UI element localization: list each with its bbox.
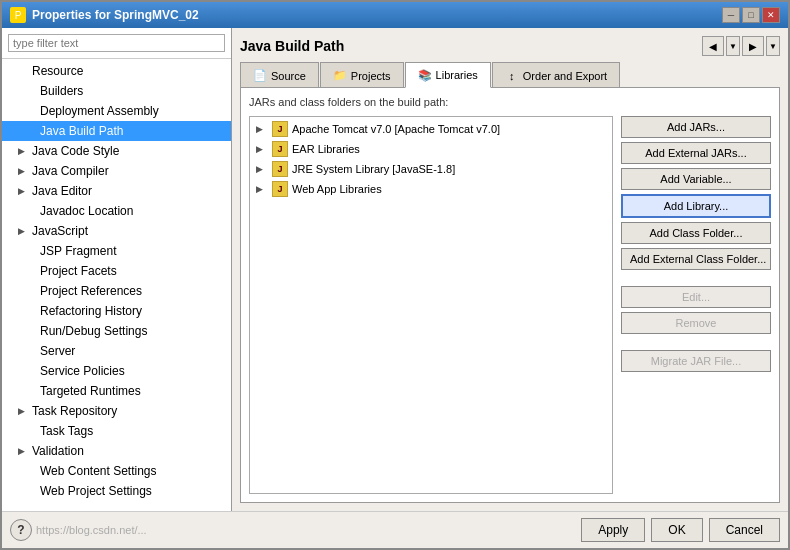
sidebar-label-java-code-style: Java Code Style xyxy=(32,144,119,158)
bottom-left: ? https://blog.csdn.net/... xyxy=(10,519,147,541)
nav-back-button[interactable]: ◀ xyxy=(702,36,724,56)
tab-label-projects: Projects xyxy=(351,70,391,82)
sidebar-label-server: Server xyxy=(40,344,75,358)
nav-forward-dropdown[interactable]: ▼ xyxy=(766,36,780,56)
tree-label-ear-libraries: EAR Libraries xyxy=(292,143,360,155)
sidebar-label-builders: Builders xyxy=(40,84,83,98)
sidebar-item-refactoring-history[interactable]: Refactoring History xyxy=(2,301,231,321)
tree-label-apache-tomcat: Apache Tomcat v7.0 [Apache Tomcat v7.0] xyxy=(292,123,500,135)
sidebar: ResourceBuildersDeployment AssemblyJava … xyxy=(2,28,232,511)
expand-arrow-validation: ▶ xyxy=(18,446,28,456)
add-class-folder-button[interactable]: Add Class Folder... xyxy=(621,222,771,244)
expand-arrow-task-repository: ▶ xyxy=(18,406,28,416)
sidebar-label-project-references: Project References xyxy=(40,284,142,298)
close-button[interactable]: ✕ xyxy=(762,7,780,23)
add-variable-button[interactable]: Add Variable... xyxy=(621,168,771,190)
nav-back-dropdown[interactable]: ▼ xyxy=(726,36,740,56)
main-panel: Java Build Path ◀ ▼ ▶ ▼ 📄Source📁Projects… xyxy=(232,28,788,511)
tabs-container: 📄Source📁Projects📚Libraries↕Order and Exp… xyxy=(240,62,780,88)
sidebar-label-refactoring-history: Refactoring History xyxy=(40,304,142,318)
tab-label-libraries: Libraries xyxy=(436,69,478,81)
sidebar-label-java-build-path: Java Build Path xyxy=(40,124,123,138)
sidebar-item-run-debug[interactable]: Run/Debug Settings xyxy=(2,321,231,341)
filter-box xyxy=(2,28,231,59)
tree-item-jre-system[interactable]: ▶JJRE System Library [JavaSE-1.8] xyxy=(252,159,610,179)
tab-projects[interactable]: 📁Projects xyxy=(320,62,404,88)
expand-arrow-java-compiler: ▶ xyxy=(18,166,28,176)
tree-label-jre-system: JRE System Library [JavaSE-1.8] xyxy=(292,163,455,175)
sidebar-item-builders[interactable]: Builders xyxy=(2,81,231,101)
add-jars-button[interactable]: Add JARs... xyxy=(621,116,771,138)
title-bar: P Properties for SpringMVC_02 ─ □ ✕ xyxy=(2,2,788,28)
sidebar-item-deployment-assembly[interactable]: Deployment Assembly xyxy=(2,101,231,121)
sidebar-item-project-references[interactable]: Project References xyxy=(2,281,231,301)
filter-input[interactable] xyxy=(8,34,225,52)
sidebar-label-javadoc-location: Javadoc Location xyxy=(40,204,133,218)
sidebar-item-validation[interactable]: ▶Validation xyxy=(2,441,231,461)
sidebar-item-project-facets[interactable]: Project Facets xyxy=(2,261,231,281)
sidebar-label-project-facets: Project Facets xyxy=(40,264,117,278)
tree-arrow-ear-libraries: ▶ xyxy=(256,144,268,154)
sidebar-item-java-code-style[interactable]: ▶Java Code Style xyxy=(2,141,231,161)
sidebar-item-web-project-settings[interactable]: Web Project Settings xyxy=(2,481,231,501)
sidebar-label-targeted-runtimes: Targeted Runtimes xyxy=(40,384,141,398)
tree-arrow-web-app-libraries: ▶ xyxy=(256,184,268,194)
edit-button: Edit... xyxy=(621,286,771,308)
add-library-button[interactable]: Add Library... xyxy=(621,194,771,218)
sidebar-item-resource[interactable]: Resource xyxy=(2,61,231,81)
panel-description: JARs and class folders on the build path… xyxy=(249,96,771,108)
tree-item-web-app-libraries[interactable]: ▶JWeb App Libraries xyxy=(252,179,610,199)
cancel-button[interactable]: Cancel xyxy=(709,518,780,542)
help-button[interactable]: ? xyxy=(10,519,32,541)
sidebar-item-server[interactable]: Server xyxy=(2,341,231,361)
tab-icon-order-export: ↕ xyxy=(505,69,519,83)
tab-libraries[interactable]: 📚Libraries xyxy=(405,62,491,88)
sidebar-item-jsp-fragment[interactable]: JSP Fragment xyxy=(2,241,231,261)
sidebar-item-java-build-path[interactable]: Java Build Path xyxy=(2,121,231,141)
tree-arrow-jre-system: ▶ xyxy=(256,164,268,174)
sidebar-label-deployment-assembly: Deployment Assembly xyxy=(40,104,159,118)
sidebar-label-validation: Validation xyxy=(32,444,84,458)
sidebar-item-service-policies[interactable]: Service Policies xyxy=(2,361,231,381)
minimize-button[interactable]: ─ xyxy=(722,7,740,23)
sidebar-label-java-compiler: Java Compiler xyxy=(32,164,109,178)
tab-order-export[interactable]: ↕Order and Export xyxy=(492,62,620,88)
sidebar-item-javadoc-location[interactable]: Javadoc Location xyxy=(2,201,231,221)
title-bar-left: P Properties for SpringMVC_02 xyxy=(10,7,199,23)
sidebar-item-web-content-settings[interactable]: Web Content Settings xyxy=(2,461,231,481)
tree-item-apache-tomcat[interactable]: ▶JApache Tomcat v7.0 [Apache Tomcat v7.0… xyxy=(252,119,610,139)
expand-arrow-java-editor: ▶ xyxy=(18,186,28,196)
expand-arrow-java-code-style: ▶ xyxy=(18,146,28,156)
sidebar-item-targeted-runtimes[interactable]: Targeted Runtimes xyxy=(2,381,231,401)
add-external-jars-button[interactable]: Add External JARs... xyxy=(621,142,771,164)
btn-spacer-2 xyxy=(621,338,771,346)
tree-item-ear-libraries[interactable]: ▶JEAR Libraries xyxy=(252,139,610,159)
sidebar-list: ResourceBuildersDeployment AssemblyJava … xyxy=(2,59,231,511)
bottom-bar: ? https://blog.csdn.net/... Apply OK Can… xyxy=(2,511,788,548)
bottom-right: Apply OK Cancel xyxy=(581,518,780,542)
sidebar-item-task-repository[interactable]: ▶Task Repository xyxy=(2,401,231,421)
maximize-button[interactable]: □ xyxy=(742,7,760,23)
sidebar-item-java-editor[interactable]: ▶Java Editor xyxy=(2,181,231,201)
content-area: ResourceBuildersDeployment AssemblyJava … xyxy=(2,28,788,511)
sidebar-item-javascript[interactable]: ▶JavaScript xyxy=(2,221,231,241)
ok-button[interactable]: OK xyxy=(651,518,702,542)
watermark-text: https://blog.csdn.net/... xyxy=(36,524,147,536)
nav-arrows: ◀ ▼ ▶ ▼ xyxy=(702,36,780,56)
apply-button[interactable]: Apply xyxy=(581,518,645,542)
sidebar-label-service-policies: Service Policies xyxy=(40,364,125,378)
tab-source[interactable]: 📄Source xyxy=(240,62,319,88)
sidebar-label-run-debug: Run/Debug Settings xyxy=(40,324,147,338)
nav-forward-button[interactable]: ▶ xyxy=(742,36,764,56)
sidebar-label-javascript: JavaScript xyxy=(32,224,88,238)
sidebar-item-task-tags[interactable]: Task Tags xyxy=(2,421,231,441)
tab-label-source: Source xyxy=(271,70,306,82)
lib-icon-ear-libraries: J xyxy=(272,141,288,157)
sidebar-label-jsp-fragment: JSP Fragment xyxy=(40,244,116,258)
add-external-class-folder-button[interactable]: Add External Class Folder... xyxy=(621,248,771,270)
btn-spacer xyxy=(621,274,771,282)
window-icon: P xyxy=(10,7,26,23)
lib-icon-jre-system: J xyxy=(272,161,288,177)
sidebar-item-java-compiler[interactable]: ▶Java Compiler xyxy=(2,161,231,181)
panel-body: ▶JApache Tomcat v7.0 [Apache Tomcat v7.0… xyxy=(249,116,771,494)
